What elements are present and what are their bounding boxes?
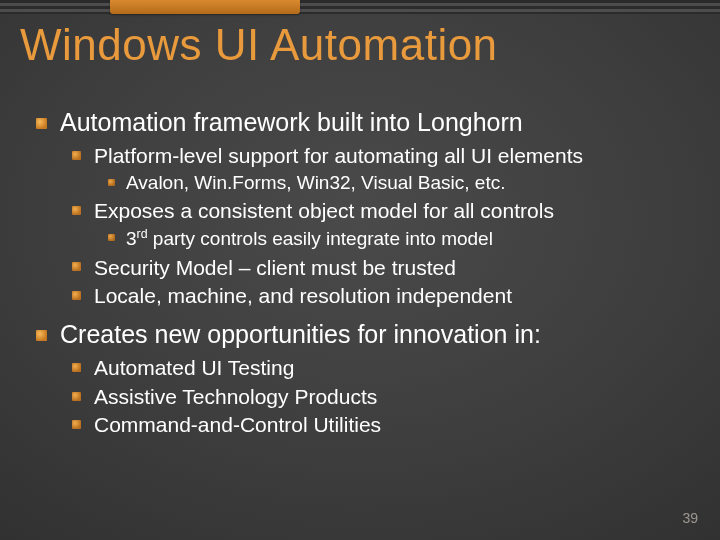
slide-title: Windows UI Automation: [20, 20, 700, 70]
bullet-l3: 3rd party controls easily integrate into…: [108, 226, 696, 252]
accent-band: [110, 0, 300, 14]
bullet-l2: Locale, machine, and resolution independ…: [72, 282, 696, 309]
text-fragment: 3: [126, 228, 137, 249]
bullet-l1: Creates new opportunities for innovation…: [36, 319, 696, 350]
text-fragment: party controls easily integrate into mod…: [148, 228, 493, 249]
superscript-rd: rd: [137, 227, 148, 241]
bullet-l2: Assistive Technology Products: [72, 383, 696, 410]
bullet-l2: Platform-level support for automating al…: [72, 142, 696, 169]
slide-body: Automation framework built into Longhorn…: [36, 105, 696, 439]
bullet-l2: Automated UI Testing: [72, 354, 696, 381]
bullet-l1: Automation framework built into Longhorn: [36, 107, 696, 138]
bullet-l2: Security Model – client must be trusted: [72, 254, 696, 281]
bullet-l2: Command-and-Control Utilities: [72, 411, 696, 438]
bullet-l2: Exposes a consistent object model for al…: [72, 197, 696, 224]
bullet-l3: Avalon, Win.Forms, Win32, Visual Basic, …: [108, 171, 696, 196]
top-stripes: [0, 0, 720, 14]
page-number: 39: [682, 510, 698, 526]
slide: Windows UI Automation Automation framewo…: [0, 0, 720, 540]
